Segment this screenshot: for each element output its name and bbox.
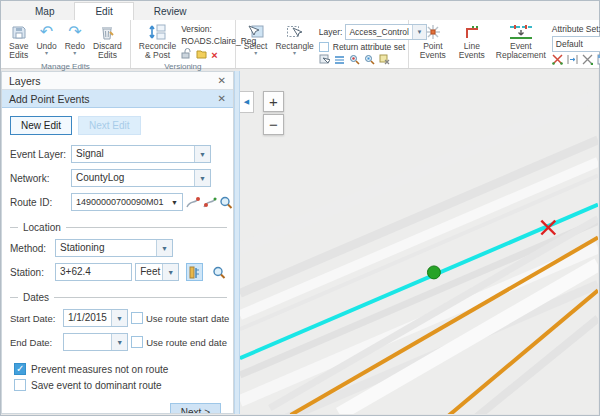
pan-to-selection-icon[interactable] [364, 54, 375, 67]
event-layer-dropdown[interactable]: Signal ▼ [71, 145, 211, 163]
event-layer-dropdown-arrow-icon: ▼ [194, 146, 210, 162]
zoom-to-station-icon[interactable] [210, 263, 227, 281]
point-events-button[interactable]: Point Events [414, 22, 452, 62]
clear-selection-icon[interactable] [379, 54, 390, 67]
line-events-button[interactable]: Line Events [454, 22, 490, 62]
location-section-separator: Location [10, 222, 227, 233]
station-label: Station: [10, 267, 52, 278]
route-id-dropdown-arrow-icon: ▼ [167, 194, 182, 210]
map-zoom-controls: + − [263, 91, 284, 135]
zoom-in-button[interactable]: + [263, 91, 284, 112]
add-point-events-title: Add Point Events [9, 93, 90, 105]
layer-label: Layer: [319, 27, 343, 37]
undo-icon: ↶ [40, 23, 53, 41]
map-view[interactable]: ◀ + − [240, 69, 598, 414]
network-dropdown[interactable]: CountyLog ▼ [71, 169, 211, 187]
start-date-label: Start Date: [10, 313, 60, 324]
rectangle-select-icon [286, 23, 303, 41]
rectangle-caret-icon: ▾ [293, 51, 296, 55]
route-id-label: Route ID: [10, 197, 68, 208]
ribbon: Save Edits ↶ Undo ▾ ↷ Redo ▾ Discard Edi… [1, 20, 599, 69]
method-label: Method: [10, 243, 52, 254]
select-caret-icon: ▾ [254, 51, 257, 55]
map-faint-roads [240, 95, 598, 414]
dates-section-separator: Dates [10, 292, 227, 303]
trash-icon [100, 23, 114, 41]
method-dropdown[interactable]: Stationing ▼ [55, 239, 173, 257]
move-event-icon[interactable] [567, 54, 578, 67]
next-button[interactable]: Next > [170, 403, 221, 413]
attribute-set-dropdown[interactable]: Default ▼ [552, 36, 600, 52]
app-window: Map Edit Review Save Edits ↶ Undo ▾ [0, 0, 600, 416]
station-input[interactable]: 3+62.4 [55, 263, 132, 281]
event-replacement-icon [508, 23, 534, 41]
layers-pane-header: Layers ✕ [2, 72, 233, 90]
collapse-pane-button[interactable]: ◀ [240, 91, 254, 113]
save-edits-button[interactable]: Save Edits [6, 22, 31, 62]
redo-icon: ↷ [68, 23, 81, 41]
group-selection: Select ▾ Rectangle ▾ Layer: Access_Contr… [236, 20, 409, 68]
rectangle-select-button[interactable]: Rectangle ▾ [272, 22, 316, 56]
unlock-version-icon[interactable] [181, 48, 192, 61]
redo-caret-icon: ▾ [73, 51, 76, 55]
use-route-end-date-checkbox[interactable] [131, 336, 143, 348]
undo-button[interactable]: ↶ Undo ▾ [33, 22, 59, 56]
next-edit-button[interactable]: Next Edit [78, 116, 141, 135]
green-event-point[interactable] [427, 266, 440, 279]
prevent-measures-checkbox[interactable] [14, 363, 26, 375]
use-route-start-date-checkbox[interactable] [131, 312, 143, 324]
route-id-combo[interactable]: 14900000700090M01 ▼ [71, 193, 183, 211]
zoom-to-route-icon[interactable]: ▼ [220, 193, 233, 211]
attribute-table-icon[interactable] [334, 54, 345, 67]
use-route-end-date-label: Use route end date [146, 337, 227, 348]
zoom-out-button[interactable]: − [263, 114, 284, 135]
undo-caret-icon: ▾ [45, 51, 48, 55]
layers-pane-title: Layers [9, 75, 41, 87]
layers-pane-close-icon[interactable]: ✕ [218, 75, 226, 86]
select-button[interactable]: Select ▾ [241, 22, 271, 56]
end-date-label: End Date: [10, 337, 60, 348]
orange-route-line-1[interactable] [291, 238, 598, 414]
end-date-picker[interactable]: ▼ [63, 333, 128, 351]
group-manage-edits: Save Edits ↶ Undo ▾ ↷ Redo ▾ Discard Edi… [1, 20, 131, 68]
tab-map[interactable]: Map [15, 3, 74, 20]
select-route-from-selection-icon[interactable] [203, 193, 217, 211]
zoom-to-selection-icon[interactable] [349, 54, 360, 67]
group-edit-events: Point Events Line Events Event Replaceme… [409, 20, 600, 68]
prevent-measures-label: Prevent measures not on route [31, 364, 168, 375]
discard-edits-button[interactable]: Discard Edits [90, 22, 125, 62]
point-events-icon [424, 23, 442, 41]
select-by-polygon-icon[interactable] [319, 54, 330, 67]
left-pane: Layers ✕ Add Point Events ✕ New Edit Nex… [1, 71, 234, 414]
use-route-start-date-label: Use route start date [146, 313, 229, 324]
pick-station-from-map-tool[interactable] [186, 263, 203, 281]
network-label: Network: [10, 173, 68, 184]
add-point-events-close-icon[interactable]: ✕ [218, 93, 226, 104]
station-units-dropdown[interactable]: Feet ▼ [135, 263, 179, 281]
return-attribute-set-checkbox[interactable] [319, 42, 329, 52]
new-edit-button[interactable]: New Edit [10, 116, 72, 135]
select-cursor-icon [247, 23, 264, 41]
split-event-icon[interactable] [582, 54, 593, 67]
collapse-arrow-icon: ◀ [244, 98, 249, 106]
end-date-arrow-icon: ▼ [111, 334, 127, 350]
station-units-arrow-icon: ▼ [162, 264, 178, 280]
group-versioning: Reconcile & Post Version: ROADS.Claire_R… [131, 20, 236, 68]
tab-review[interactable]: Review [134, 3, 207, 20]
return-attribute-set-label: Return attribute set [333, 42, 405, 52]
start-date-picker[interactable]: 1/1/2015 ▼ [63, 309, 128, 327]
event-layer-label: Event Layer: [10, 149, 68, 160]
save-dominant-label: Save event to dominant route [31, 380, 162, 391]
select-route-on-map-icon[interactable] [186, 193, 200, 211]
save-dominant-checkbox[interactable] [14, 379, 26, 391]
line-events-icon [463, 23, 481, 41]
redo-button[interactable]: ↷ Redo ▾ [62, 22, 88, 56]
tab-edit[interactable]: Edit [74, 2, 133, 20]
reconcile-post-button[interactable]: Reconcile & Post [136, 22, 179, 62]
ribbon-tab-bar: Map Edit Review [1, 1, 599, 20]
delete-version-icon[interactable]: × [211, 50, 217, 60]
new-version-icon[interactable] [196, 48, 207, 61]
add-point-events-body: New Edit Next Edit Event Layer: Signal ▼… [2, 108, 233, 413]
event-replacement-button[interactable]: Event Replacement [492, 22, 550, 62]
delete-event-icon[interactable] [552, 54, 563, 67]
